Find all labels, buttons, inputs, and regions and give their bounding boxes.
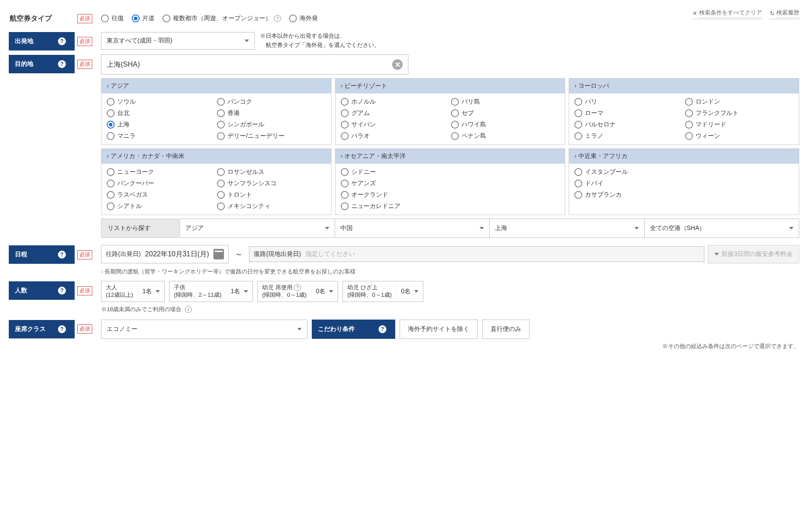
destination-input[interactable]: 上海(SHA) ✕ [101, 54, 408, 75]
pax-adult-select[interactable]: 1名 [137, 284, 164, 299]
city-option[interactable]: ミラノ [574, 132, 683, 140]
region-header[interactable]: ヨーロッパ [569, 79, 799, 93]
outbound-date[interactable]: 往路(出発日) 2022年10月31日(月) [101, 245, 229, 263]
city-option[interactable]: ペナン島 [451, 132, 559, 140]
pax-infant-lap-select[interactable]: 0名 [396, 284, 423, 299]
city-option[interactable]: バリ島 [451, 98, 559, 106]
city-option[interactable]: パリ [574, 98, 683, 106]
help-icon[interactable]: ? [379, 325, 386, 333]
city-option[interactable]: バルセロナ [574, 121, 683, 129]
help-icon[interactable]: ? [58, 287, 66, 295]
city-option[interactable]: グアム [341, 109, 449, 117]
chevron-down-icon [325, 227, 329, 230]
ticket-type-options: 往復片道複数都市（周遊、オープンジョー）?海外発 [101, 9, 693, 28]
search-history-link[interactable]: ↻ 検索履歴 [770, 9, 799, 19]
clear-all-link[interactable]: ✕ 検索条件をすべてクリア [693, 9, 762, 19]
radio-icon [341, 191, 349, 199]
list-search-label: リストから探す [101, 219, 180, 238]
city-option[interactable]: 香港 [217, 109, 325, 117]
city-option[interactable]: セブ [451, 109, 559, 117]
pax-child-select[interactable]: 1名 [226, 284, 252, 299]
chevron-down-icon [155, 290, 160, 293]
radio-icon [162, 14, 170, 22]
city-option[interactable]: ホノルル [341, 98, 449, 106]
city-option[interactable]: シンガポール [217, 121, 325, 129]
city-option[interactable]: バンコク [217, 98, 325, 106]
help-icon[interactable]: ? [58, 251, 66, 259]
list-select-city[interactable]: 上海 [490, 219, 645, 238]
help-icon[interactable]: ? [58, 325, 66, 333]
city-option[interactable]: マドリード [685, 121, 794, 129]
radio-icon [132, 14, 140, 22]
departure-select[interactable]: 東京すべて(成田・羽田) [101, 32, 255, 50]
region-header[interactable]: アジア [101, 79, 331, 93]
help-icon[interactable]: ? [294, 284, 301, 291]
ticket-type-option[interactable]: 片道 [132, 14, 155, 22]
city-option[interactable]: サイパン [341, 121, 449, 129]
exclude-overseas-toggle[interactable]: 海外予約サイトを除く [400, 320, 478, 339]
region-header[interactable]: アメリカ・カナダ・中南米 [101, 149, 331, 164]
city-option[interactable]: パラオ [341, 132, 449, 140]
city-option[interactable]: ウィーン [685, 132, 794, 140]
city-option[interactable]: ロサンゼルス [217, 168, 325, 176]
radio-icon [685, 109, 693, 117]
help-icon[interactable]: ? [58, 60, 66, 68]
list-select-region[interactable]: アジア [180, 219, 335, 238]
city-option[interactable]: デリー/ニューデリー [217, 132, 325, 140]
radio-icon [289, 14, 297, 22]
city-option[interactable]: 上海 [107, 121, 215, 129]
chevron-down-icon [329, 290, 333, 293]
list-select-country[interactable]: 中国 [335, 219, 490, 238]
city-option[interactable]: ロンドン [685, 98, 794, 106]
city-option[interactable]: イスタンブール [574, 168, 794, 176]
ticket-type-option[interactable]: 複数都市（周遊、オープンジョー）? [162, 14, 281, 22]
city-option[interactable]: ソウル [107, 98, 215, 106]
radio-icon [574, 109, 582, 117]
region-header[interactable]: 中近東・アフリカ [569, 149, 799, 164]
list-select-airport[interactable]: 全ての空港（SHA） [645, 219, 800, 238]
city-option[interactable]: ラスベガス [107, 191, 215, 199]
minor-only-note[interactable]: ※18歳未満のみでご利用の場合 [101, 306, 181, 313]
calendar-icon[interactable] [213, 249, 224, 259]
radio-icon [574, 168, 582, 176]
city-option[interactable]: マニラ [107, 132, 215, 140]
city-option[interactable]: サンフランシスコ [217, 180, 325, 187]
info-icon[interactable]: i [185, 306, 192, 313]
radio-icon [217, 109, 225, 117]
city-option[interactable]: シドニー [341, 168, 560, 176]
radio-icon [217, 168, 225, 176]
ticket-type-option[interactable]: 往復 [101, 14, 124, 22]
city-option[interactable]: バンクーバー [107, 180, 215, 187]
city-option[interactable]: ドバイ [574, 180, 794, 187]
city-option[interactable]: トロント [217, 191, 325, 199]
chevron-down-icon [789, 227, 794, 230]
region-box: 中近東・アフリカイスタンブールドバイカサブランカ [569, 148, 799, 215]
radio-icon [217, 98, 225, 106]
region-header[interactable]: オセアニア・南太平洋 [335, 149, 565, 164]
city-option[interactable]: ローマ [574, 109, 683, 117]
city-option[interactable]: カサブランカ [574, 191, 794, 199]
return-date[interactable]: 復路(現地出発日) 指定してください [249, 246, 704, 262]
city-option[interactable]: ニューヨーク [107, 168, 215, 176]
city-option[interactable]: メキシコシティ [217, 202, 325, 210]
help-icon[interactable]: ? [58, 37, 66, 45]
city-option[interactable]: シアトル [107, 202, 215, 210]
region-header[interactable]: ビーチリゾート [335, 79, 565, 93]
help-icon[interactable]: ? [274, 15, 281, 22]
long-term-link[interactable]: 長期間の渡航（留学・ワーキングホリデー等）で復路の日付を変更できる航空券をお探し… [101, 268, 799, 276]
seat-class-select[interactable]: エコノミー [101, 320, 307, 339]
city-option[interactable]: フランクフルト [685, 109, 794, 117]
direct-only-toggle[interactable]: 直行便のみ [482, 320, 530, 339]
ticket-type-option[interactable]: 海外発 [289, 14, 318, 22]
city-option[interactable]: 台北 [107, 109, 215, 117]
radio-icon [341, 202, 349, 210]
tilde: ～ [232, 249, 245, 259]
city-option[interactable]: ケアンズ [341, 180, 560, 187]
radio-icon [451, 132, 459, 140]
pax-infant-seat-select[interactable]: 0名 [311, 284, 338, 299]
radio-icon [107, 132, 115, 140]
city-option[interactable]: ハワイ島 [451, 121, 559, 129]
city-option[interactable]: オークランド [341, 191, 560, 199]
clear-icon[interactable]: ✕ [392, 59, 403, 70]
city-option[interactable]: ニューカレドニア [341, 202, 560, 210]
